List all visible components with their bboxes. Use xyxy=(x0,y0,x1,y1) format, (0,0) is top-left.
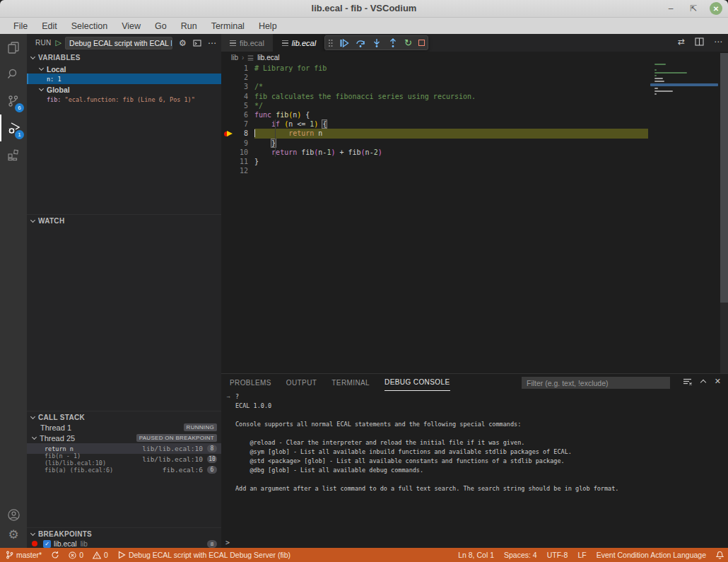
code-line-4[interactable]: 4fib calculates the fibonacci series usi… xyxy=(221,92,648,101)
breadcrumb-file[interactable]: lib.ecal xyxy=(257,54,279,62)
step-into-icon[interactable] xyxy=(372,38,382,48)
code-line-5[interactable]: 5*/ xyxy=(221,101,648,110)
gutter[interactable]: 12 xyxy=(221,166,254,175)
menu-view[interactable]: View xyxy=(115,20,147,33)
run-and-debug-icon[interactable]: 1 xyxy=(0,115,27,141)
code-line-6[interactable]: 6func fib(n) { xyxy=(221,110,648,119)
explorer-icon[interactable] xyxy=(0,34,27,61)
start-debugging-icon[interactable]: ▷ xyxy=(56,38,61,47)
maximize-panel-icon[interactable] xyxy=(700,380,706,385)
code-line-1[interactable]: 1# Library for fib xyxy=(221,64,648,73)
close-panel-icon[interactable]: ✕ xyxy=(715,377,721,386)
status-ln-8-col-1[interactable]: Ln 8, Col 1 xyxy=(458,551,494,559)
menu-go[interactable]: Go xyxy=(148,20,173,33)
gutter[interactable]: 6 xyxy=(221,110,254,119)
continue-icon[interactable] xyxy=(339,38,349,48)
debug-sidebar: RUN ▷ Debug ECAL script with ECAL D ⚙ ⋯ … xyxy=(27,34,221,548)
search-icon[interactable] xyxy=(0,61,27,88)
variables-section-header[interactable]: VARIABLES xyxy=(27,52,221,64)
split-editor-icon[interactable] xyxy=(695,37,704,46)
status-branch[interactable]: master* xyxy=(6,551,42,559)
variable-row-n[interactable]: n: 1 xyxy=(27,74,221,84)
code-line-7[interactable]: 7 if (n <= 1) { xyxy=(221,119,648,129)
breakpoint-current-frame-icon[interactable] xyxy=(224,131,234,137)
status-debug[interactable]: Debug ECAL script with ECAL Debug Server… xyxy=(117,551,290,559)
tab-output[interactable]: OUTPUT xyxy=(286,374,317,391)
code-line-12[interactable]: 12 xyxy=(221,166,648,175)
call-stack-thread-row[interactable]: Thread 25PAUSED ON BREAKPOINT xyxy=(27,433,221,443)
debug-console-icon[interactable] xyxy=(193,39,201,47)
gutter[interactable]: 11 xyxy=(221,157,254,166)
gutter[interactable]: 3 xyxy=(221,82,254,91)
toolbar-drag-handle[interactable] xyxy=(328,38,333,48)
status-error[interactable]: 0 xyxy=(69,551,83,559)
step-over-icon[interactable] xyxy=(356,38,365,48)
editor-more-actions-icon[interactable]: ⋯ xyxy=(714,37,722,47)
editor-scrollbar-slider[interactable] xyxy=(720,53,728,303)
tab-fib-ecal[interactable]: fib.ecal xyxy=(221,34,274,52)
tab-debug-console[interactable]: DEBUG CONSOLE xyxy=(384,374,450,391)
breakpoint-checkbox[interactable]: ✓ xyxy=(43,540,51,548)
status-event-condition-action-language[interactable]: Event Condition Action Language xyxy=(597,551,706,559)
settings-gear-icon[interactable]: ⚙ xyxy=(8,527,18,542)
debug-config-dropdown[interactable]: Debug ECAL script with ECAL D xyxy=(65,37,172,49)
gutter[interactable]: 1 xyxy=(221,64,254,73)
code-text: if (n <= 1) { xyxy=(254,119,648,129)
tab-lib-ecal[interactable]: lib.ecal xyxy=(274,34,325,52)
gutter[interactable]: 2 xyxy=(221,73,254,82)
breadcrumb-folder[interactable]: lib xyxy=(231,54,238,62)
status-label: Event Condition Action Language xyxy=(597,551,706,559)
status-bell[interactable] xyxy=(716,551,724,559)
gutter[interactable]: 4 xyxy=(221,92,254,101)
gutter[interactable]: 5 xyxy=(221,101,254,110)
breadcrumb[interactable]: lib › lib.ecal xyxy=(221,52,728,64)
step-out-icon[interactable] xyxy=(388,38,398,48)
status-utf-8[interactable]: UTF-8 xyxy=(547,551,568,559)
code-line-10[interactable]: 10 return fib(n-1) + fib(n-2) xyxy=(221,148,648,157)
gutter[interactable]: 7 xyxy=(221,119,254,129)
gutter[interactable]: 8 xyxy=(221,129,254,138)
minimap[interactable] xyxy=(650,64,718,373)
restart-icon[interactable]: ↻ xyxy=(404,38,412,48)
variables-group-local[interactable]: Local xyxy=(27,64,66,74)
stop-icon[interactable] xyxy=(418,40,425,46)
variable-row-fib[interactable]: fib: "ecal.function: fib (Line 6, Pos 1)… xyxy=(27,94,221,105)
watch-section-header[interactable]: WATCH xyxy=(27,214,221,226)
breakpoint-row[interactable]: ✓ lib.ecal lib 8 xyxy=(27,539,221,549)
menu-selection[interactable]: Selection xyxy=(65,20,114,33)
gutter[interactable]: 9 xyxy=(221,139,254,148)
tab-problems[interactable]: PROBLEMS xyxy=(230,374,271,391)
call-stack-thread-row[interactable]: Thread 1RUNNING xyxy=(27,422,221,433)
code-line-9[interactable]: 9 } xyxy=(221,139,648,148)
views-more-actions-icon[interactable]: ⋯ xyxy=(208,38,216,48)
code-line-8[interactable]: 8 return n xyxy=(221,129,648,138)
call-stack-frame-row[interactable]: fib(n - 1) (lib/lib.ecal:10)lib/lib.ecal… xyxy=(27,454,221,464)
call-stack-frame-row[interactable]: fib(a) (fib.ecal:6)fib.ecal:66 xyxy=(27,464,221,475)
menu-file[interactable]: File xyxy=(7,20,34,33)
code-line-11[interactable]: 11} xyxy=(221,157,648,166)
console-filter-input[interactable]: Filter (e.g. text, !exclude) xyxy=(522,377,670,389)
call-stack-section-header[interactable]: CALL STACK xyxy=(27,411,221,423)
status-spaces-4[interactable]: Spaces: 4 xyxy=(504,551,537,559)
clear-console-icon[interactable] xyxy=(683,377,692,386)
gutter[interactable]: 10 xyxy=(221,148,254,157)
open-changes-icon[interactable]: ⇄ xyxy=(678,37,685,47)
status-label: Debug ECAL script with ECAL Debug Server… xyxy=(129,551,290,559)
variables-group-global[interactable]: Global xyxy=(27,84,70,95)
accounts-icon[interactable] xyxy=(7,508,20,522)
menu-edit[interactable]: Edit xyxy=(35,20,64,33)
launch-settings-gear-icon[interactable]: ⚙ xyxy=(179,38,187,48)
tab-terminal[interactable]: TERMINAL xyxy=(331,374,370,391)
status-bar: master*00Debug ECAL script with ECAL Deb… xyxy=(0,548,728,562)
console-prompt-chevron[interactable]: > xyxy=(225,539,230,546)
extensions-icon[interactable] xyxy=(0,141,27,168)
code-line-2[interactable]: 2 xyxy=(221,73,648,82)
status-warning[interactable]: 0 xyxy=(93,551,108,559)
status-lf[interactable]: LF xyxy=(577,551,586,559)
status-sync[interactable] xyxy=(51,551,59,559)
breakpoints-section-header[interactable]: BREAKPOINTS xyxy=(27,527,221,539)
source-control-icon[interactable]: 6 xyxy=(0,88,27,115)
code-editor[interactable]: 1# Library for fib23/*4fib calculates th… xyxy=(221,64,728,373)
menu-run[interactable]: Run xyxy=(175,20,204,33)
code-line-3[interactable]: 3/* xyxy=(221,82,648,91)
